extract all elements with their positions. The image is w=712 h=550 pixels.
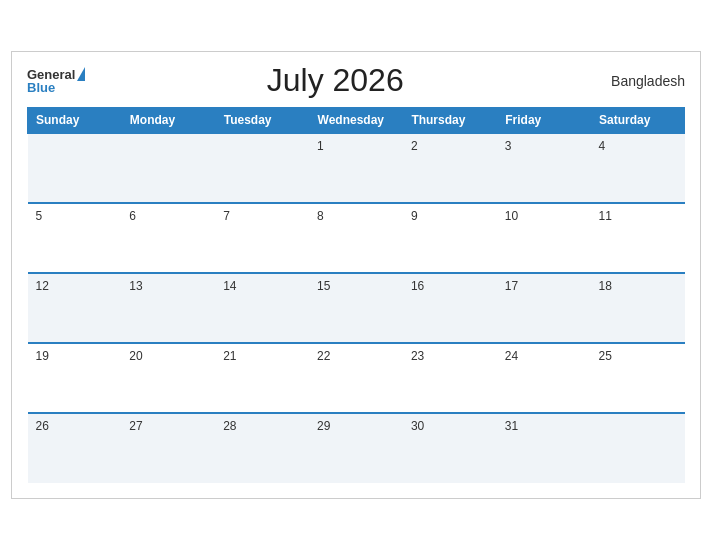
calendar-day-10: 10 bbox=[497, 203, 591, 273]
day-number: 6 bbox=[129, 209, 136, 223]
month-title: July 2026 bbox=[85, 62, 585, 99]
day-number: 2 bbox=[411, 139, 418, 153]
day-number: 18 bbox=[599, 279, 612, 293]
calendar-day-14: 14 bbox=[215, 273, 309, 343]
day-number: 20 bbox=[129, 349, 142, 363]
weekday-header-thursday: Thursday bbox=[403, 108, 497, 134]
calendar-day-13: 13 bbox=[121, 273, 215, 343]
calendar-week-row: 262728293031 bbox=[28, 413, 685, 483]
calendar-day-9: 9 bbox=[403, 203, 497, 273]
calendar-day-5: 5 bbox=[28, 203, 122, 273]
day-number: 28 bbox=[223, 419, 236, 433]
weekday-header-tuesday: Tuesday bbox=[215, 108, 309, 134]
day-number: 30 bbox=[411, 419, 424, 433]
calendar-week-row: 567891011 bbox=[28, 203, 685, 273]
weekday-header-sunday: Sunday bbox=[28, 108, 122, 134]
calendar-day-3: 3 bbox=[497, 133, 591, 203]
logo-blue-text: Blue bbox=[27, 81, 85, 94]
calendar-table: SundayMondayTuesdayWednesdayThursdayFrid… bbox=[27, 107, 685, 483]
calendar-day-30: 30 bbox=[403, 413, 497, 483]
day-number: 10 bbox=[505, 209, 518, 223]
calendar-day-25: 25 bbox=[591, 343, 685, 413]
day-number: 4 bbox=[599, 139, 606, 153]
calendar-container: General Blue July 2026 Bangladesh Sunday… bbox=[11, 51, 701, 499]
day-number: 16 bbox=[411, 279, 424, 293]
weekday-header-monday: Monday bbox=[121, 108, 215, 134]
calendar-empty-cell bbox=[28, 133, 122, 203]
calendar-header: General Blue July 2026 Bangladesh bbox=[27, 62, 685, 99]
day-number: 26 bbox=[36, 419, 49, 433]
calendar-day-7: 7 bbox=[215, 203, 309, 273]
calendar-week-row: 19202122232425 bbox=[28, 343, 685, 413]
calendar-empty-cell bbox=[121, 133, 215, 203]
day-number: 9 bbox=[411, 209, 418, 223]
calendar-day-4: 4 bbox=[591, 133, 685, 203]
day-number: 22 bbox=[317, 349, 330, 363]
calendar-day-24: 24 bbox=[497, 343, 591, 413]
day-number: 19 bbox=[36, 349, 49, 363]
day-number: 24 bbox=[505, 349, 518, 363]
day-number: 12 bbox=[36, 279, 49, 293]
country-name: Bangladesh bbox=[585, 73, 685, 89]
weekday-header-friday: Friday bbox=[497, 108, 591, 134]
calendar-day-18: 18 bbox=[591, 273, 685, 343]
calendar-empty-cell bbox=[215, 133, 309, 203]
calendar-day-23: 23 bbox=[403, 343, 497, 413]
calendar-day-16: 16 bbox=[403, 273, 497, 343]
day-number: 13 bbox=[129, 279, 142, 293]
logo-general-text: General bbox=[27, 68, 75, 81]
day-number: 7 bbox=[223, 209, 230, 223]
calendar-day-19: 19 bbox=[28, 343, 122, 413]
calendar-day-26: 26 bbox=[28, 413, 122, 483]
day-number: 3 bbox=[505, 139, 512, 153]
logo-block: General Blue bbox=[27, 68, 85, 94]
day-number: 15 bbox=[317, 279, 330, 293]
day-number: 23 bbox=[411, 349, 424, 363]
day-number: 21 bbox=[223, 349, 236, 363]
day-number: 8 bbox=[317, 209, 324, 223]
calendar-week-row: 12131415161718 bbox=[28, 273, 685, 343]
calendar-day-12: 12 bbox=[28, 273, 122, 343]
calendar-day-2: 2 bbox=[403, 133, 497, 203]
calendar-day-20: 20 bbox=[121, 343, 215, 413]
weekday-header-wednesday: Wednesday bbox=[309, 108, 403, 134]
calendar-day-17: 17 bbox=[497, 273, 591, 343]
day-number: 11 bbox=[599, 209, 612, 223]
calendar-day-21: 21 bbox=[215, 343, 309, 413]
day-number: 1 bbox=[317, 139, 324, 153]
calendar-day-29: 29 bbox=[309, 413, 403, 483]
day-number: 14 bbox=[223, 279, 236, 293]
calendar-day-22: 22 bbox=[309, 343, 403, 413]
weekday-header-row: SundayMondayTuesdayWednesdayThursdayFrid… bbox=[28, 108, 685, 134]
calendar-week-row: 1234 bbox=[28, 133, 685, 203]
calendar-day-11: 11 bbox=[591, 203, 685, 273]
day-number: 27 bbox=[129, 419, 142, 433]
logo: General Blue bbox=[27, 68, 85, 94]
logo-triangle-icon bbox=[77, 67, 85, 81]
calendar-day-8: 8 bbox=[309, 203, 403, 273]
day-number: 29 bbox=[317, 419, 330, 433]
day-number: 31 bbox=[505, 419, 518, 433]
calendar-empty-cell bbox=[591, 413, 685, 483]
calendar-day-15: 15 bbox=[309, 273, 403, 343]
calendar-day-1: 1 bbox=[309, 133, 403, 203]
day-number: 5 bbox=[36, 209, 43, 223]
day-number: 25 bbox=[599, 349, 612, 363]
calendar-day-28: 28 bbox=[215, 413, 309, 483]
calendar-day-6: 6 bbox=[121, 203, 215, 273]
calendar-day-31: 31 bbox=[497, 413, 591, 483]
day-number: 17 bbox=[505, 279, 518, 293]
weekday-header-saturday: Saturday bbox=[591, 108, 685, 134]
calendar-day-27: 27 bbox=[121, 413, 215, 483]
